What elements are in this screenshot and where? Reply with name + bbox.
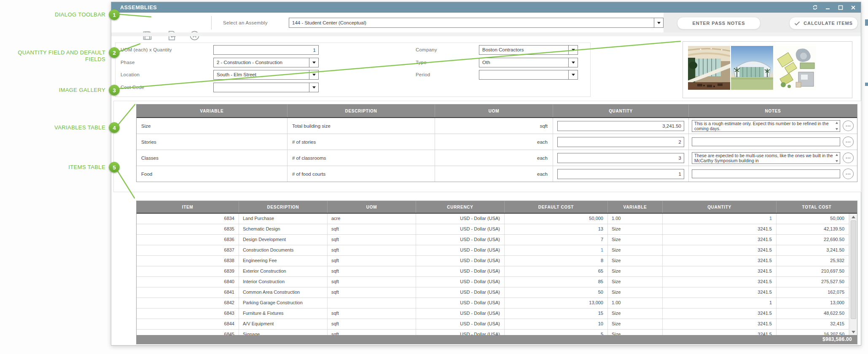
item-variable-cell: Size — [608, 224, 663, 234]
gallery-image-building-rendering[interactable] — [731, 46, 773, 90]
notes-scroll-arrows[interactable] — [834, 153, 839, 163]
items-table-row[interactable]: 6841Common Area ConstructionsqftUSD - Do… — [137, 287, 849, 298]
calculate-items-button[interactable]: CALCULATE ITEMS — [789, 17, 858, 30]
item-currency-cell: USD - Dollar (USA) — [416, 245, 505, 255]
cost-code-select[interactable] — [213, 83, 319, 92]
items-total: $983,586.00 — [137, 335, 857, 344]
assembly-select-label: Select an Assembly — [223, 13, 268, 32]
scroll-up-icon[interactable] — [850, 214, 857, 220]
items-table: ITEMDESCRIPTIONUOMCURRENCYDEFAULT COSTVA… — [136, 201, 857, 344]
variable-notes-input[interactable]: These are expected to be multi-use rooms… — [692, 152, 840, 164]
notes-scroll-arrows[interactable] — [834, 121, 839, 131]
items-table-row[interactable]: 6836Design DevelopmentsqftUSD - Dollar (… — [137, 235, 849, 245]
gallery-image-floor-plan[interactable] — [774, 46, 816, 90]
phase-select-arrow[interactable] — [309, 58, 318, 67]
variable-quantity-input[interactable]: 1 — [557, 169, 684, 179]
scroll-down-icon — [836, 128, 838, 130]
company-select[interactable]: Boston Contractors — [479, 45, 578, 55]
assembly-select[interactable]: 144 - Student Center (Conceptual) — [289, 18, 664, 28]
close-icon[interactable] — [850, 5, 856, 10]
phase-label: Phase — [121, 58, 212, 67]
items-header-cell: ITEM — [137, 201, 239, 213]
notes-ellipsis-button[interactable]: ••• — [843, 137, 854, 147]
type-label: Type — [416, 58, 475, 67]
dialog-titlebar[interactable]: ASSEMBLIES — [111, 2, 861, 13]
item-variable-cell: Size — [608, 277, 663, 287]
variables-table-row[interactable]: Food# of food courtseach1••• — [137, 166, 857, 182]
variables-table-row[interactable]: Stories# of storieseach2••• — [137, 134, 857, 150]
variables-table: VARIABLEDESCRIPTIONUOMQUANTITYNOTES Size… — [136, 104, 857, 182]
refresh-icon[interactable] — [812, 5, 818, 10]
item-total-cost-cell: 48,622.50 — [777, 308, 849, 319]
variable-notes-input[interactable] — [692, 137, 840, 146]
scrollbar-thumb[interactable] — [851, 220, 856, 319]
item-uom-cell — [328, 298, 416, 308]
minimize-icon[interactable] — [825, 5, 830, 10]
item-default-cost-cell: 1 — [505, 245, 608, 255]
calculate-items-label: CALCULATE ITEMS — [804, 21, 853, 26]
type-select-arrow[interactable] — [568, 58, 578, 67]
annotation-marker-4: 4 — [109, 122, 120, 133]
variable-name-cell: Stories — [137, 134, 288, 150]
item-variable-cell: Size — [608, 330, 663, 335]
items-table-row[interactable]: 6837Construction DocumentssqftUSD - Doll… — [137, 245, 849, 256]
cost-code-select-arrow[interactable] — [309, 83, 318, 92]
variable-description-cell: # of classrooms — [288, 150, 435, 166]
location-select-arrow[interactable] — [309, 70, 318, 79]
item-currency-cell: USD - Dollar (USA) — [416, 256, 505, 266]
type-select[interactable]: Oth — [479, 58, 578, 67]
company-select-arrow[interactable] — [568, 46, 578, 54]
items-scrollbar[interactable] — [849, 214, 857, 335]
variable-notes-input[interactable] — [692, 169, 840, 178]
assembly-select-arrow[interactable] — [654, 18, 663, 27]
period-select[interactable] — [479, 70, 578, 80]
phase-select[interactable]: 2 - Construction - Construction — [213, 58, 319, 67]
chevron-down-icon — [312, 74, 316, 76]
item-number-cell: 6837 — [137, 245, 239, 255]
cost-code-label: Cost Code — [121, 83, 212, 92]
item-number-cell: 6844 — [137, 319, 239, 329]
variable-quantity-input[interactable]: 3,241.50 — [557, 121, 684, 131]
notes-ellipsis-button[interactable]: ••• — [843, 153, 854, 163]
variable-name-cell: Size — [137, 118, 288, 134]
notes-ellipsis-button[interactable]: ••• — [843, 121, 854, 131]
variable-description-cell: # of food courts — [288, 166, 435, 182]
items-table-row[interactable]: 6843Furniture & FixturessqftUSD - Dollar… — [137, 308, 849, 319]
uom-quantity-input[interactable] — [213, 45, 319, 55]
item-variable-cell: 1.00 — [608, 214, 663, 224]
items-table-row[interactable]: 6844A/V EquipmentsqftUSD - Dollar (USA)1… — [137, 319, 849, 330]
items-table-row[interactable]: 6838Engineering FeesqftUSD - Dollar (USA… — [137, 256, 849, 266]
enter-pass-notes-button[interactable]: ENTER PASS NOTES — [677, 17, 761, 30]
items-table-row[interactable]: 6834Land PurchaseacreUSD - Dollar (USA)5… — [137, 214, 849, 224]
notes-ellipsis-button[interactable]: ••• — [843, 169, 854, 179]
maximize-icon[interactable] — [838, 5, 843, 10]
annotation-marker-2: 2 — [109, 47, 120, 58]
variable-notes-text: This is a rough estimate only. Expect th… — [694, 121, 828, 131]
period-select-arrow[interactable] — [568, 70, 578, 79]
variable-notes-cell: ••• — [689, 166, 857, 182]
variable-quantity-input[interactable]: 3 — [557, 153, 684, 163]
variable-uom-cell: each — [435, 134, 553, 150]
items-table-row[interactable]: 6842Parking Garage ConstructionUSD - Dol… — [137, 298, 849, 308]
location-select[interactable]: South - Elm Street — [213, 70, 319, 80]
variable-notes-input[interactable]: This is a rough estimate only. Expect th… — [692, 120, 840, 132]
variables-table-row[interactable]: SizeTotal building sizesqft3,241.50This … — [137, 118, 857, 134]
variable-quantity-cell: 3 — [553, 150, 689, 166]
item-number-cell: 6834 — [137, 214, 239, 224]
item-total-cost-cell: 22,690.50 — [777, 235, 849, 245]
items-table-row[interactable]: 6839Exterior ConstructionsqftUSD - Dolla… — [137, 266, 849, 277]
location-select-value: South - Elm Street — [214, 70, 309, 79]
items-table-row[interactable]: 6845SignagesqftUSD - Dollar (USA)5Size32… — [137, 330, 849, 335]
gallery-image-interior-photo[interactable] — [688, 46, 730, 90]
items-table-header: ITEMDESCRIPTIONUOMCURRENCYDEFAULT COSTVA… — [137, 201, 857, 214]
items-table-row[interactable]: 6840Interior ConstructionsqftUSD - Dolla… — [137, 277, 849, 287]
annotation-label-items-table: ITEMS TABLE — [0, 164, 105, 171]
variable-uom-cell: each — [435, 166, 553, 182]
items-table-row[interactable]: 6835Schematic DesignsqftUSD - Dollar (US… — [137, 224, 849, 235]
background-artifact — [865, 83, 868, 86]
item-default-cost-cell: 15 — [505, 308, 608, 319]
variables-table-row[interactable]: Classes# of classroomseach3These are exp… — [137, 150, 857, 166]
assembly-select-value: 144 - Student Center (Conceptual) — [289, 18, 654, 27]
variable-quantity-input[interactable]: 2 — [557, 137, 684, 147]
scroll-down-icon[interactable] — [850, 329, 857, 335]
